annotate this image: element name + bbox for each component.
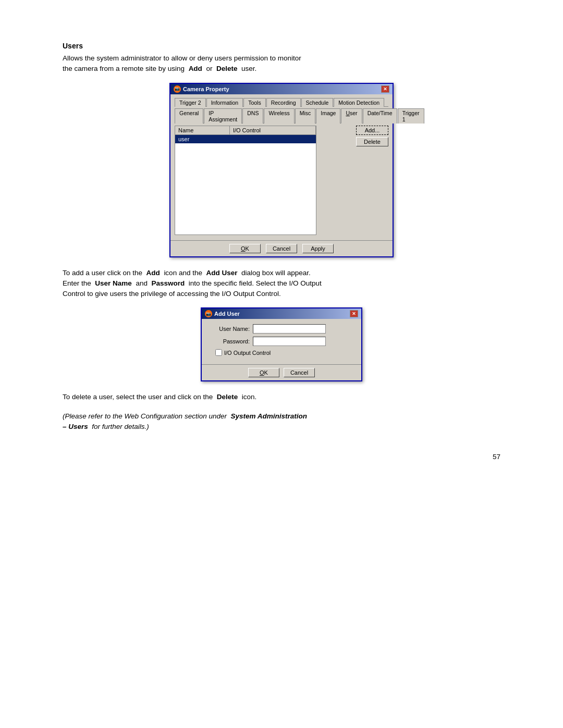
username-label: User Name: (208, 326, 250, 332)
username-input[interactable] (253, 324, 326, 334)
delete-text: To delete a user, select the user and cl… (63, 392, 500, 402)
add-button[interactable]: Add... (356, 126, 388, 135)
tab-schedule[interactable]: Schedule (301, 98, 334, 107)
after-bold-password: Password (151, 279, 185, 287)
tab-motion-detection[interactable]: Motion Detection (334, 98, 384, 107)
add-user-close-button[interactable]: ✕ (350, 310, 358, 317)
add-user-titlebar-left: 📷 Add User (205, 310, 240, 317)
tab-tools[interactable]: Tools (243, 98, 266, 107)
tab-image[interactable]: Image (316, 108, 340, 124)
after-line1-a: To add a user click on the (63, 269, 142, 277)
after-line2-a: Enter the (63, 279, 91, 287)
after-dialog-text: To add a user click on the Add icon and … (63, 268, 500, 300)
desc-bold-add: Add (189, 65, 202, 72)
tab-wireless[interactable]: Wireless (264, 108, 294, 124)
user-table-container: Name I/O Control user (175, 126, 316, 235)
dialog-bottom-bar: OK Cancel Apply (170, 240, 393, 256)
delete-text-b: icon. (242, 393, 257, 401)
dialog-title: Camera Property (183, 86, 229, 92)
tab-datetime[interactable]: Date/Time (363, 108, 397, 124)
user-io-cell (229, 134, 315, 143)
tab-recording[interactable]: Recording (266, 98, 301, 107)
note-bold: System Administration (230, 412, 307, 420)
after-line1-c: dialog box will appear. (241, 269, 311, 277)
after-line2-c: into the specific field. Select the I/O … (189, 279, 322, 287)
desc-line2: the camera from a remote site by using (63, 65, 185, 72)
after-bold-username: User Name (95, 279, 132, 287)
desc-end: user. (241, 65, 256, 72)
add-user-bottom-bar: OK Cancel (202, 364, 361, 380)
col-name-header: Name (175, 126, 229, 135)
after-line2-b: and (136, 279, 148, 287)
username-row: User Name: (208, 324, 355, 334)
password-input[interactable] (253, 337, 326, 346)
after-line3: Control to give users the privilege of a… (63, 290, 281, 298)
apply-button[interactable]: Apply (302, 244, 334, 253)
add-user-dialog-icon: 📷 (205, 310, 212, 317)
delete-text-a: To delete a user, select the user and cl… (63, 393, 213, 401)
titlebar-left: 📷 Camera Property (174, 85, 229, 93)
tab-row-1: Trigger 2 Information Tools Recording Sc… (175, 97, 388, 107)
table-row[interactable]: user (175, 134, 316, 143)
dialog-body: Trigger 2 Information Tools Recording Sc… (170, 94, 393, 240)
add-user-titlebar: 📷 Add User ✕ (202, 309, 361, 319)
after-line1-b: icon and the (164, 269, 202, 277)
note-end: for further details.) (92, 423, 149, 430)
io-control-checkbox[interactable] (215, 349, 222, 356)
tab-user[interactable]: User (341, 108, 362, 124)
page-number: 57 (63, 453, 500, 461)
cancel-button[interactable]: Cancel (266, 244, 297, 253)
note-italic-start: (Please refer to the Web Configuration s… (63, 412, 227, 420)
italic-note: (Please refer to the Web Configuration s… (63, 411, 500, 433)
desc-line1: Allows the system administrator to allow… (63, 54, 301, 62)
password-label: Password: (208, 338, 250, 344)
tab-dns[interactable]: DNS (242, 108, 263, 124)
user-table-area: Name I/O Control user Add (175, 126, 388, 235)
delete-bold: Delete (217, 393, 238, 401)
note-italic2: – Users (63, 423, 88, 430)
tab-misc[interactable]: Misc (295, 108, 316, 124)
ok-button[interactable]: OK (229, 244, 261, 253)
user-table: Name I/O Control user (175, 126, 316, 143)
user-table-right: Add... Delete (356, 126, 388, 235)
tab-trigger1[interactable]: Trigger 1 (398, 108, 424, 124)
io-control-row: I/O Output Control (215, 349, 355, 356)
camera-property-dialog: 📷 Camera Property ✕ Trigger 2 Informatio… (169, 83, 394, 257)
add-user-dialog: 📷 Add User ✕ User Name: Password: I/O Ou… (201, 307, 362, 381)
after-bold-add: Add (146, 269, 160, 277)
user-name-cell: user (175, 134, 229, 143)
tab-trigger2[interactable]: Trigger 2 (175, 98, 206, 107)
desc-bold-delete: Delete (216, 65, 238, 72)
add-user-dialog-body: User Name: Password: I/O Output Control (202, 319, 361, 364)
after-bold-adduser: Add User (206, 269, 237, 277)
dialog-titlebar: 📷 Camera Property ✕ (170, 84, 393, 94)
add-user-dialog-title: Add User (214, 311, 240, 317)
tab-information[interactable]: Information (206, 98, 243, 107)
desc-or: or (206, 65, 212, 72)
dialog-icon: 📷 (174, 85, 181, 93)
io-control-label: I/O Output Control (224, 350, 271, 356)
col-io-header: I/O Control (229, 126, 315, 135)
user-table-left: Name I/O Control user (175, 126, 353, 235)
delete-button[interactable]: Delete (356, 137, 388, 146)
add-user-ok-button[interactable]: OK (248, 368, 279, 377)
tab-general[interactable]: General (175, 108, 203, 124)
section-description: Allows the system administrator to allow… (63, 53, 500, 75)
password-row: Password: (208, 337, 355, 346)
add-user-cancel-button[interactable]: Cancel (284, 368, 315, 377)
section-title: Users (63, 42, 500, 50)
tab-row-2: General IP Assignment DNS Wireless Misc … (175, 108, 388, 124)
tab-ip-assignment[interactable]: IP Assignment (204, 108, 242, 124)
dialog-close-button[interactable]: ✕ (381, 85, 389, 93)
